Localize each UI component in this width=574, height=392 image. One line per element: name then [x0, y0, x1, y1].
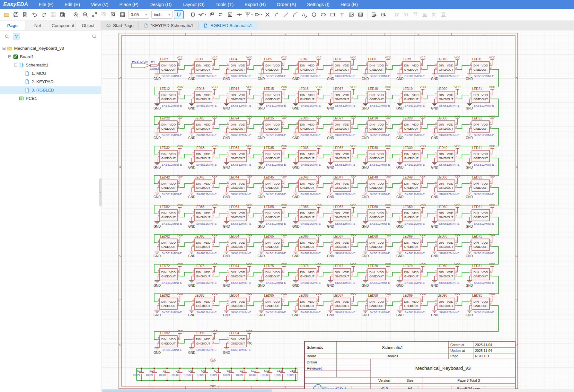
menu-item-order[interactable]: Order (A)	[271, 0, 301, 9]
place-power-button[interactable]: VCC▾	[244, 10, 253, 19]
panel-tab-object[interactable]: Object	[76, 21, 101, 30]
zoom-out-button[interactable]	[81, 10, 90, 19]
menu-item-help[interactable]: Help (H)	[335, 0, 363, 9]
vcc-label: VCC	[211, 174, 218, 177]
place-gate-button[interactable]: ▾	[254, 10, 262, 19]
draw-text-button[interactable]	[338, 10, 346, 19]
place-resistor-button[interactable]: ▾	[198, 10, 207, 19]
menu-item-tools[interactable]: Tools (T)	[210, 0, 239, 9]
symbol-wizard-button[interactable]: 01	[370, 10, 378, 19]
title-block: SchematicSchematic1Create at2025-11-04Up…	[305, 341, 515, 392]
place-netport-button[interactable]	[207, 10, 216, 19]
menu-item-view[interactable]: View (V)	[85, 0, 114, 9]
zoom-fit-button[interactable]	[90, 10, 99, 19]
pin-number: 4	[158, 92, 159, 95]
draw-spline-button[interactable]	[300, 10, 309, 19]
menu-item-place[interactable]: Place (P)	[114, 0, 144, 9]
pin-number: 3	[331, 126, 332, 128]
horizontal-scrollbar[interactable]	[101, 389, 574, 392]
menu-item-file[interactable]: File (F)	[33, 0, 59, 9]
ground-label: GND	[327, 254, 334, 258]
menu-item-settings[interactable]: Settings (I)	[302, 0, 335, 9]
pin-name: DOUT	[167, 186, 176, 189]
tree-item-1-mcu[interactable]: 1. MCU	[0, 69, 101, 77]
filter-icon[interactable]	[13, 33, 20, 40]
insert-image-button[interactable]	[347, 10, 356, 19]
tree-item-3-rgbled[interactable]: 3. RGBLED	[0, 86, 101, 94]
collapse-toggle[interactable]	[3, 47, 5, 50]
place-noconnect-button[interactable]	[263, 10, 272, 19]
save-button[interactable]	[12, 10, 20, 19]
panel-tab-net[interactable]: Net	[25, 21, 51, 30]
capacitor-value: 100nF	[184, 373, 192, 377]
wire-tool-button[interactable]	[174, 10, 184, 19]
tree-item-mechanical-keyboard-v3[interactable]: Mechanical_Keyboard_v3	[0, 44, 101, 52]
file-history-button[interactable]	[21, 10, 30, 19]
doc-tab-start-page[interactable]: Start Page	[101, 21, 139, 30]
redo-button[interactable]	[40, 10, 48, 19]
place-probe-button[interactable]	[235, 10, 244, 19]
insert-table-button[interactable]	[356, 10, 365, 19]
place-symbol-button[interactable]	[189, 10, 197, 19]
pin-name: DOUT	[202, 68, 210, 71]
pin-name: VDD	[447, 182, 453, 185]
draw-ellipse-button[interactable]	[319, 10, 328, 19]
new-document-button[interactable]	[2, 10, 11, 19]
vcc-label: VCC	[315, 292, 322, 295]
led-designator: LED66	[299, 235, 309, 238]
chip-wizard-button[interactable]: 1	[379, 10, 388, 19]
pin-number: 2	[455, 96, 457, 99]
grid-settings-button[interactable]	[118, 10, 127, 19]
tree-item-pcb1[interactable]: PCB1	[0, 94, 101, 102]
pin-name: DOUT	[202, 215, 210, 219]
menu-item-layout[interactable]: Layout (O)	[177, 0, 210, 9]
collapse-toggle[interactable]	[14, 64, 17, 66]
pin-number: 1	[178, 151, 179, 154]
draw-rect-button[interactable]	[328, 10, 337, 19]
pin-name: VDD	[169, 182, 176, 185]
menu-item-edit[interactable]: Edit (E)	[59, 0, 85, 9]
led-part-number: SK6812MINI-E	[370, 104, 390, 107]
grid-size-select[interactable]: 0.05▾	[128, 11, 149, 19]
resistor-body[interactable]	[151, 64, 157, 67]
zoom-selection-button[interactable]	[109, 10, 118, 19]
pin-number: 1	[282, 181, 283, 184]
search-icon[interactable]	[3, 33, 10, 40]
schematic-sheet[interactable]: 112233445566AABBCCDD4312DINGNDVDDDOUTLED…	[101, 30, 574, 392]
panel-collapse-handle[interactable]: ‹	[99, 178, 102, 206]
vcc-label: VCC	[419, 263, 426, 266]
search-icon[interactable]	[91, 33, 98, 40]
tree-item-board1[interactable]: Board1	[0, 52, 101, 61]
tree-item-schematic1[interactable]: Schematic1	[0, 61, 101, 69]
place-netlabel-button[interactable]: N	[226, 10, 234, 19]
pin-number: 3	[296, 155, 298, 158]
menu-item-export[interactable]: Export (R)	[239, 0, 271, 9]
draw-line-button[interactable]	[282, 10, 290, 19]
easyeda-logo[interactable]: EasyEDA	[0, 1, 33, 8]
pin-name: DIN	[335, 182, 340, 185]
unit-select[interactable]: inch▾	[151, 11, 172, 19]
vcc-label: VCC	[350, 85, 357, 89]
panel-tab-component[interactable]: Component	[50, 21, 76, 30]
undo-button[interactable]	[30, 10, 39, 19]
tree-item-2-keypad[interactable]: 2. KEYPAD	[0, 77, 101, 86]
place-pin-button[interactable]	[272, 10, 281, 19]
led-part-number: SK6812MINI-E	[231, 348, 251, 352]
collapse-toggle[interactable]	[8, 55, 11, 58]
menu-item-design[interactable]: Design (D)	[144, 0, 177, 9]
schematic-canvas[interactable]: 112233445566AABBCCDD4312DINGNDVDDDOUTLED…	[101, 30, 574, 392]
scrollbar-thumb[interactable]	[102, 389, 272, 392]
doc-tab-rgbled-schematic1[interactable]: RGBLED.Schematic1	[199, 21, 257, 30]
panel-tab-page[interactable]: Page	[0, 21, 25, 30]
distribute-horizontal-button	[430, 10, 438, 19]
draw-arc-button[interactable]	[291, 10, 300, 19]
find-similar-button[interactable]	[58, 10, 67, 19]
zoom-in-button[interactable]	[72, 10, 80, 19]
led-designator: LED52	[160, 205, 170, 209]
pin-name: VDD	[273, 300, 280, 303]
resistor-icon	[198, 12, 204, 18]
junction-dot	[212, 380, 214, 381]
doc-tab--keypad-schematic1[interactable]: *KEYPAD.Schematic1	[139, 21, 199, 30]
place-netflag-button[interactable]	[216, 10, 225, 19]
draw-circle-button[interactable]	[310, 10, 318, 19]
